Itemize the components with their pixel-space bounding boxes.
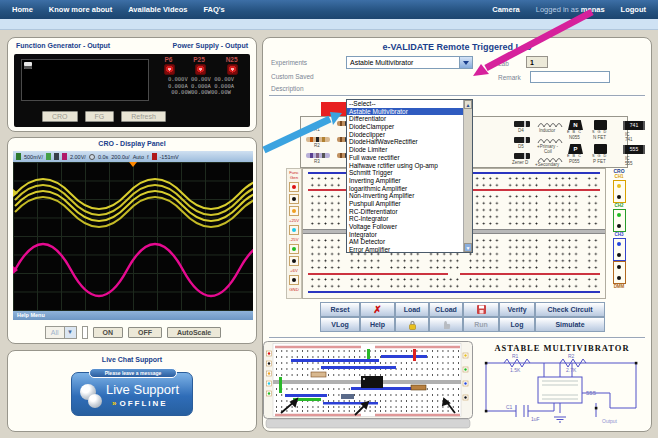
run-button[interactable]: Run: [463, 317, 499, 332]
dropdown-scrollbar[interactable]: ▲ ▼: [463, 100, 472, 252]
scroll-down-icon[interactable]: ▼: [464, 243, 472, 252]
dropdown-option[interactable]: Diode Limiter: [347, 146, 463, 154]
autoscale-button[interactable]: AutoScale: [167, 327, 221, 338]
dropdown-option[interactable]: Halfwave rctifier using Op-amp: [347, 162, 463, 170]
n25v-label: -25V: [289, 237, 298, 242]
live-support-badge[interactable]: Please leave a message Live Support »OFF…: [71, 372, 193, 416]
vlog-button[interactable]: VLog: [320, 317, 360, 332]
nav-available-videos[interactable]: Available Videos: [128, 5, 187, 14]
d4-label: D4: [518, 128, 524, 133]
remark-field[interactable]: [530, 71, 610, 83]
channel-select[interactable]: All ▼: [45, 326, 77, 339]
dropdown-option[interactable]: Full wave rectifier: [347, 154, 463, 162]
cro-button[interactable]: CRO: [42, 111, 78, 122]
n25v-port[interactable]: [289, 244, 299, 254]
inductor-icon[interactable]: [537, 120, 563, 128]
resistor-r2-icon[interactable]: [306, 137, 330, 142]
help-menu-bar[interactable]: Help Menu: [13, 311, 253, 320]
nav-faqs[interactable]: FAQ's: [203, 5, 224, 14]
dropdown-option[interactable]: Diodeclipper: [347, 131, 463, 139]
ch2-port[interactable]: [613, 209, 626, 232]
ic555-icon[interactable]: 555: [623, 145, 645, 154]
func-gen-gnd-port[interactable]: [289, 194, 299, 204]
primary-coil-icon[interactable]: [537, 136, 563, 144]
dropdown-option[interactable]: Differentiator: [347, 115, 463, 123]
separator-top: [269, 95, 645, 97]
lab-label: Lab: [498, 60, 509, 67]
knob-label-p6: P6: [164, 56, 172, 63]
chevron-down-icon[interactable]: ▼: [64, 327, 76, 338]
dropdown-option[interactable]: Pushpull Amplifier: [347, 200, 463, 208]
dropdown-option[interactable]: AM Detector: [347, 238, 463, 246]
load-button[interactable]: Load: [395, 302, 429, 317]
dropdown-option[interactable]: Error Amplifier: [347, 246, 463, 252]
dropdown-option[interactable]: Inverting Amplifier: [347, 177, 463, 185]
help-button[interactable]: Help: [360, 317, 395, 332]
knob-p25-icon[interactable]: [195, 64, 206, 75]
dropdown-chevron-icon[interactable]: [459, 57, 472, 68]
common-port[interactable]: [289, 256, 299, 266]
pnp-transistor-icon[interactable]: P: [568, 144, 583, 154]
bottom-rail-holes[interactable]: [309, 276, 599, 289]
gear-icon[interactable]: [89, 154, 95, 160]
nav-know-more[interactable]: Know more about: [49, 5, 112, 14]
nav-camera[interactable]: Camera: [492, 5, 520, 14]
npn-transistor-icon[interactable]: N: [568, 120, 583, 130]
dropdown-option[interactable]: DiodeClampper: [347, 123, 463, 131]
r2-label: R2: [314, 143, 320, 148]
check-circuit-button[interactable]: Check Circuit: [535, 302, 605, 317]
p25v-port[interactable]: [289, 225, 299, 235]
nav-home[interactable]: Home: [12, 5, 33, 14]
dropdown-option[interactable]: logarithmic Amplifier: [347, 185, 463, 193]
dropdown-option[interactable]: RC-Differentiator: [347, 208, 463, 216]
resistor-r1-icon[interactable]: [306, 121, 330, 126]
dmm-port[interactable]: [613, 261, 626, 284]
diode-d4-icon[interactable]: [514, 121, 530, 127]
fg-button[interactable]: FG: [85, 111, 115, 122]
resistor-r3-icon[interactable]: [306, 153, 330, 158]
knob-n25-icon[interactable]: [227, 64, 238, 75]
lab-number-field[interactable]: [526, 56, 548, 68]
dropdown-option[interactable]: --Select--: [347, 100, 463, 108]
chevrons-icon: »: [112, 399, 116, 408]
dropdown-option[interactable]: Schmitt Trigger: [347, 169, 463, 177]
off-button[interactable]: OFF: [128, 327, 162, 338]
hand-button[interactable]: [429, 317, 463, 332]
scroll-up-icon[interactable]: ▲: [464, 100, 472, 109]
pfet-icon[interactable]: [594, 144, 607, 154]
dropdown-option[interactable]: Voltage Follower: [347, 223, 463, 231]
log-button[interactable]: Log: [499, 317, 535, 332]
logged-in-prefix: Logged in as: [536, 5, 579, 14]
dropdown-option-selected[interactable]: Astable Multivibrator: [347, 108, 463, 116]
dropdown-option[interactable]: Non-inverting Amplifier: [347, 192, 463, 200]
verify-button[interactable]: Verify: [499, 302, 535, 317]
breadboard-cro-ports: CRO CH1 CH2 CH3 DMM: [606, 168, 632, 299]
refresh-button[interactable]: Refresh: [121, 111, 166, 122]
on-button[interactable]: ON: [93, 327, 124, 338]
func-gen-port[interactable]: [289, 182, 299, 192]
experiment-select[interactable]: Astable Multivibrator: [346, 56, 473, 69]
knob-p6-icon[interactable]: [164, 64, 175, 75]
function-generator-panel: Function Generator - Output Power Supply…: [7, 37, 257, 132]
diode-d5-icon[interactable]: [514, 137, 530, 143]
dropdown-option[interactable]: DiodeHalfWaveRectifier: [347, 138, 463, 146]
simulate-button[interactable]: Simulate: [535, 317, 605, 332]
lock-button[interactable]: [395, 317, 429, 332]
nfet-icon[interactable]: [594, 120, 607, 130]
page: Home Know more about Available Videos FA…: [0, 0, 658, 438]
save-button[interactable]: [463, 302, 499, 317]
gnd-label: GND: [289, 287, 299, 292]
reset-button[interactable]: Reset: [320, 302, 360, 317]
delete-button[interactable]: ✗: [360, 302, 395, 317]
ic741-icon[interactable]: 741: [623, 121, 645, 130]
schem-c1-label: C1: [506, 404, 513, 410]
p6v-port[interactable]: [289, 275, 299, 285]
nav-logout[interactable]: Logout: [621, 5, 646, 14]
ch3-port[interactable]: [613, 238, 626, 261]
dropdown-option[interactable]: Integrator: [347, 231, 463, 239]
ch1-port[interactable]: [613, 180, 626, 203]
dropdown-option[interactable]: RC-Integrator: [347, 215, 463, 223]
cload-button[interactable]: CLoad: [429, 302, 463, 317]
aux-port[interactable]: [289, 206, 299, 216]
zener-diode-icon[interactable]: [514, 153, 530, 159]
